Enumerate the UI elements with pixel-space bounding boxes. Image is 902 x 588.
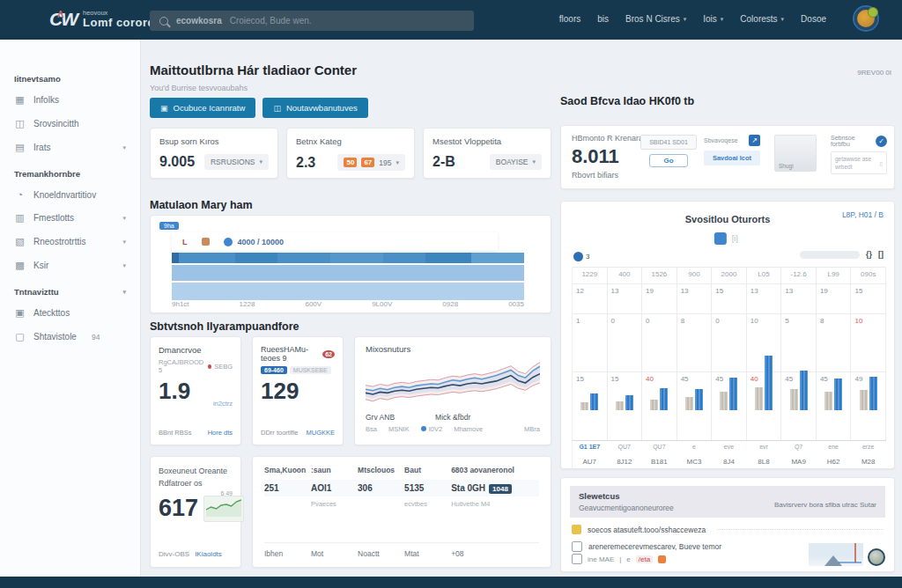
bar-gray[interactable]	[720, 392, 728, 410]
bar-blue[interactable]	[625, 395, 633, 410]
chevron-down-icon[interactable]: ▾	[122, 144, 126, 151]
info-line-2: wrbedt	[835, 164, 853, 170]
grid-cell-value: 1	[576, 317, 580, 325]
article-thumbnail[interactable]	[809, 543, 863, 566]
footer-chip[interactable]: /eta	[636, 555, 653, 563]
chevron-down-icon[interactable]: ▾	[122, 289, 126, 296]
sidebar-item-srovsincitth[interactable]: ◫Srovsincitth	[0, 112, 140, 136]
sidebar-item-rneostrotrttis[interactable]: ▧Rneostrotrttis▾	[0, 230, 140, 254]
kpi-dropdown[interactable]: BOAYISE▾	[490, 154, 542, 170]
nav-item-bros-n-cisres[interactable]: Bros N Cisres▾	[625, 14, 686, 24]
kpi-dropdown[interactable]: RSRUSIONS▾	[204, 154, 269, 170]
sidebar-item-ksir[interactable]: ▩Ksir▾	[0, 254, 140, 277]
nav-item-iois[interactable]: Iois▾	[703, 14, 723, 24]
table-footer-item[interactable]: Ibhen	[264, 549, 311, 558]
stat-more-link[interactable]: Hore dts	[208, 429, 233, 437]
grid-cell-value: 13	[611, 287, 619, 295]
table-data-row[interactable]: 251AOl13065135Sta 0GH1048	[264, 480, 539, 496]
bar-blue[interactable]	[695, 389, 703, 410]
code-field[interactable]: SBID41 SD01	[640, 135, 697, 150]
sidebar-item-badge: 94	[92, 333, 100, 342]
summary-details-link[interactable]: IKiaoidts	[195, 550, 222, 558]
table-footer-item[interactable]: Noactt	[358, 549, 404, 558]
primary-action-button[interactable]: ▣ Ocubuce Icannratw	[150, 98, 255, 118]
search-input[interactable]: ecowkosra Croiecod, Bude wen.	[150, 11, 474, 31]
bar-gray[interactable]	[580, 402, 588, 410]
bar-gray[interactable]	[616, 401, 624, 410]
go-button[interactable]: Go	[649, 154, 688, 167]
nav-item-bis[interactable]: bis	[597, 14, 609, 24]
bar-blue[interactable]	[590, 393, 598, 410]
nav-item-colorests[interactable]: Colorests▾	[740, 14, 784, 24]
bar-blue[interactable]	[834, 379, 842, 410]
braces-icon[interactable]: {}	[866, 250, 872, 259]
sidebar-item-knoeldnvartitiov[interactable]: ◔Knoeldnvartitiov	[0, 183, 140, 206]
timeline-bar-2[interactable]	[172, 265, 524, 281]
bar-gray[interactable]	[650, 400, 658, 410]
brand-logo[interactable]: CWΛ heovoux Lomf corord	[49, 4, 155, 34]
chevron-down-icon[interactable]: ▾	[122, 262, 126, 269]
axis-tick-label: M28	[851, 458, 885, 466]
column-header: 6803 aovaneronol	[451, 466, 539, 474]
zoom-slider[interactable]	[800, 251, 860, 259]
secondary-action-button[interactable]: ◫ Noutavwbanutuves	[262, 98, 367, 118]
page-title: Maittoutlbrna Hár tladiaor Conter	[150, 62, 357, 77]
chevron-down-icon: ▾	[684, 16, 687, 23]
info-icon[interactable]: ✓	[876, 136, 887, 147]
tile-info: Sebnsoe forbfbu ✓ getawwse ase wrbedt ▯	[831, 135, 887, 174]
bar-gray[interactable]	[755, 387, 763, 410]
kpi-dropdown[interactable]: 5067195▾	[337, 154, 405, 171]
axis-tick-label: 0928	[442, 300, 458, 308]
folder-icon: ▣	[14, 307, 26, 319]
bar-blue[interactable]	[660, 388, 668, 410]
author-avatar[interactable]	[868, 548, 885, 566]
filter-dot-icon[interactable]	[573, 252, 583, 261]
preview-thumbnail[interactable]: Shugi	[774, 135, 817, 172]
bar-blue[interactable]	[800, 371, 808, 410]
timeline-bar-1[interactable]	[172, 253, 524, 263]
sidebar-item-label: Fmestlotts	[33, 213, 74, 223]
kpi-body: 2.35067195▾	[296, 154, 405, 171]
sidebar-item-irats[interactable]: ▤Irats▾	[0, 136, 140, 159]
summary-value: 617	[159, 495, 198, 522]
info-box: getawwse ase wrbedt ▯	[831, 151, 887, 174]
main-content: Maittoutlbrna Hár tladiaor Conter You'd …	[150, 40, 551, 577]
sidebar-item-label: Irats	[33, 143, 50, 152]
sidebar-item-shtavistole[interactable]: ▢Shtavistole94	[0, 325, 140, 349]
chevron-down-icon[interactable]: ▾	[122, 239, 126, 246]
sidebar-item-ateckttos[interactable]: ▣Ateckttos	[0, 301, 140, 325]
sidebar-item-label: Ateckttos	[33, 308, 70, 318]
bar-group	[608, 395, 642, 410]
brackets-icon[interactable]: []	[878, 250, 884, 259]
nav-item-label: Colorests	[740, 14, 777, 24]
sparkline-box	[203, 496, 244, 522]
savdoai-button[interactable]: Savdoai Icot	[704, 151, 760, 165]
nav-item-label: Bros N Cisres	[625, 14, 680, 24]
bar-blue[interactable]	[869, 377, 877, 410]
tile-code: SBID41 SD01 Go	[640, 135, 697, 174]
bar-value-label: e	[677, 444, 712, 450]
news-item[interactable]: soecos atasuteft.tooo/sshacceweza	[572, 525, 884, 534]
table-subcell: Hutlvethe M4	[451, 496, 539, 508]
user-avatar[interactable]	[854, 7, 877, 30]
bar-gray[interactable]	[685, 397, 693, 410]
bar-blue[interactable]	[729, 378, 737, 410]
legend-entry-active[interactable]: I0V2	[421, 425, 442, 433]
timeline-bar-3[interactable]	[172, 283, 524, 300]
sidebar-item-infolks[interactable]: ▦Infolks	[0, 88, 140, 112]
sidebar-item-fmestlotts[interactable]: ▥Fmestlotts▾	[0, 206, 140, 230]
brand-name: Lomf corord	[83, 17, 155, 29]
chevron-down-icon[interactable]: ▾	[122, 215, 126, 222]
nav-item-floors[interactable]: floors	[559, 14, 580, 24]
sidebar-section-title: Tremankhornbre	[0, 159, 140, 183]
bar-blue[interactable]	[765, 356, 773, 410]
bar-gray[interactable]	[824, 392, 832, 410]
divider: |	[619, 555, 621, 563]
bar-gray[interactable]	[790, 389, 798, 410]
external-link-icon[interactable]: ↗	[749, 135, 760, 146]
series-legend-icon[interactable]	[714, 232, 727, 245]
kpi-row: Bsup sorn Kıros9.005RSRUSIONS▾Betnx Kate…	[150, 128, 551, 179]
stat-more-link[interactable]: MUGKKE	[306, 429, 335, 437]
nav-item-dosoe[interactable]: Dosoe	[801, 14, 826, 24]
bar-gray[interactable]	[860, 390, 868, 410]
